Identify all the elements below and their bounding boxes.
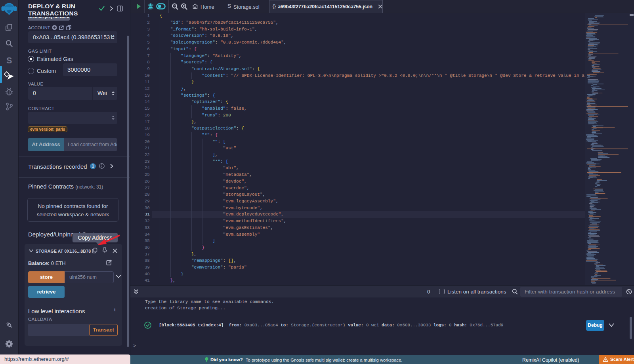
svg-text:S: S [6,55,12,65]
